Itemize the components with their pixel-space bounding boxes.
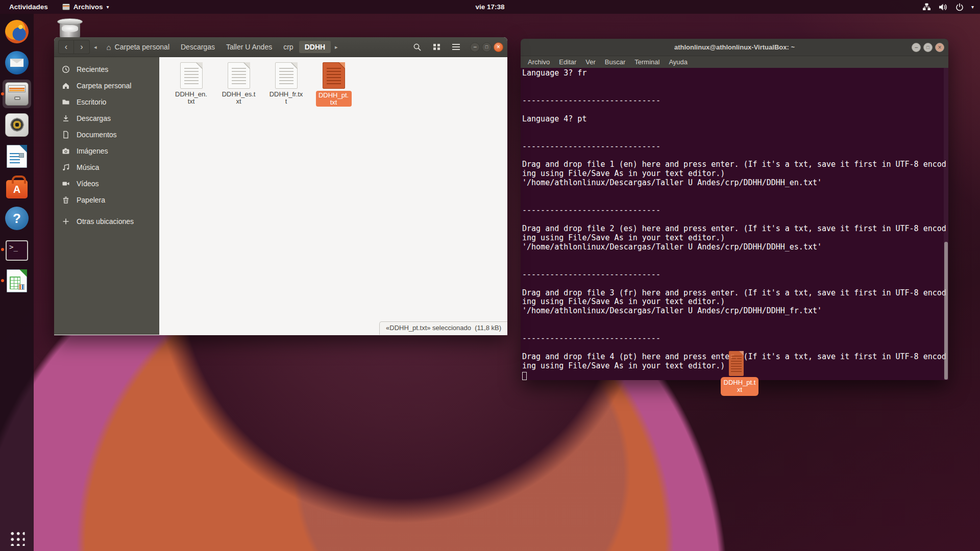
terminal-line xyxy=(522,261,948,270)
terminal-line: ing using File/Save As in your text edit… xyxy=(522,234,948,243)
file-ddhh-fr[interactable]: DDHH_fr.txt xyxy=(262,62,310,107)
sidebar-item-papelera[interactable]: Papelera xyxy=(54,192,159,208)
dock-rhythmbox[interactable] xyxy=(3,111,31,139)
sidebar-item-musica[interactable]: Música xyxy=(54,159,159,176)
dock-libreoffice-calc[interactable] xyxy=(3,266,31,295)
back-icon: ‹ xyxy=(65,42,67,52)
plus-icon xyxy=(62,217,70,226)
terminal-line xyxy=(522,151,948,160)
dock-libreoffice-writer[interactable] xyxy=(3,142,31,170)
terminal-line xyxy=(522,325,948,334)
files-content[interactable]: DDHH_en.txt DDHH_es.txt DDHH_fr.txt DDHH… xyxy=(159,57,507,335)
terminal-menubar: Archivo Editar Ver Buscar Terminal Ayuda xyxy=(521,56,948,68)
file-ddhh-pt-selected[interactable]: DDHH_pt.txt xyxy=(310,62,357,107)
sidebar-item-carpeta-personal[interactable]: Carpeta personal xyxy=(54,78,159,94)
scrollbar-thumb[interactable] xyxy=(944,242,948,380)
maximize-icon: □ xyxy=(926,45,929,50)
menu-terminal[interactable]: Terminal xyxy=(630,58,664,66)
software-letter: A xyxy=(13,184,20,195)
sidebar-item-recientes[interactable]: Recientes xyxy=(54,61,159,78)
running-indicator xyxy=(1,279,4,282)
terminal-line xyxy=(522,133,948,142)
file-ddhh-es[interactable]: DDHH_es.txt xyxy=(215,62,262,107)
maximize-button[interactable]: □ xyxy=(482,42,492,52)
breadcrumb-home[interactable]: ⌂ Carpeta personal xyxy=(101,41,175,54)
sidebar-item-escritorio[interactable]: Escritorio xyxy=(54,94,159,110)
close-button[interactable]: × xyxy=(935,43,944,52)
window-menu-button[interactable] xyxy=(448,40,464,54)
search-button[interactable] xyxy=(409,40,425,54)
top-bar: Actividades Archivos ▾ vie 17:38 ▾ xyxy=(0,0,980,14)
file-name: DDHH_en.txt xyxy=(175,91,208,105)
breadcrumb-taller-u-andes[interactable]: Taller U Andes xyxy=(220,41,278,53)
menu-ver[interactable]: Ver xyxy=(581,58,600,66)
terminal-output[interactable]: Language 3? fr--------------------------… xyxy=(521,68,948,380)
minimize-button[interactable]: − xyxy=(912,43,921,52)
breadcrumb-descargas[interactable]: Descargas xyxy=(175,41,220,53)
sidebar-item-documentos[interactable]: Documentos xyxy=(54,127,159,143)
breadcrumb-scroll-left-icon[interactable]: ◂ xyxy=(93,44,98,51)
terminal-line xyxy=(522,252,948,261)
terminal-line xyxy=(522,280,948,289)
file-name: DDHH_fr.txt xyxy=(270,91,303,105)
sidebar-item-label: Escritorio xyxy=(77,98,106,106)
dock-files[interactable] xyxy=(3,80,31,108)
terminal-line: '/home/athlonlinux/Descargas/Taller U An… xyxy=(522,179,948,188)
files-headerbar: ‹ › ◂ ⌂ Carpeta personal Descargas Talle… xyxy=(54,37,507,57)
maximize-icon: □ xyxy=(485,45,488,49)
terminal-line: Drag and drop file 3 (fr) here and press… xyxy=(522,289,948,298)
sidebar-item-descargas[interactable]: Descargas xyxy=(54,110,159,127)
breadcrumb-crp[interactable]: crp xyxy=(278,41,299,53)
menu-editar[interactable]: Editar xyxy=(554,58,581,66)
terminal-line: Drag and drop file 2 (es) here and press… xyxy=(522,224,948,234)
dock-thunderbird[interactable] xyxy=(3,48,31,77)
terminal-line: ------------------------------ xyxy=(522,270,948,280)
sidebar-item-otras-ubicaciones[interactable]: Otras ubicaciones xyxy=(54,213,159,230)
sidebar-item-videos[interactable]: Vídeos xyxy=(54,176,159,192)
view-toggle-button[interactable] xyxy=(428,40,445,54)
app-menu-label: Archivos xyxy=(74,3,103,11)
files-app-icon xyxy=(62,4,70,10)
files-sidebar: Recientes Carpeta personal Escritorio De… xyxy=(54,57,159,335)
menu-ayuda[interactable]: Ayuda xyxy=(664,58,692,66)
dock-ubuntu-software[interactable]: A xyxy=(3,173,31,202)
power-icon xyxy=(955,3,964,11)
terminal-window: athlonlinux@athlonlinux-VirtualBox: ~ − … xyxy=(521,39,948,380)
sidebar-item-label: Vídeos xyxy=(77,180,99,188)
dock-terminal[interactable]: >_ xyxy=(3,235,31,264)
folder-icon xyxy=(62,98,70,106)
text-file-icon-selected xyxy=(323,62,345,89)
ubuntu-software-icon: A xyxy=(6,180,28,198)
app-menu-archivos[interactable]: Archivos ▾ xyxy=(57,0,114,14)
show-applications-button[interactable] xyxy=(9,530,25,546)
sidebar-item-imagenes[interactable]: Imágenes xyxy=(54,143,159,159)
document-icon xyxy=(62,131,70,139)
close-icon: × xyxy=(938,44,941,51)
dock-help[interactable]: ? xyxy=(3,204,31,233)
download-icon xyxy=(62,114,70,122)
back-button[interactable]: ‹ xyxy=(58,40,74,54)
terminal-lines: Language 3? fr--------------------------… xyxy=(522,69,948,380)
menu-buscar[interactable]: Buscar xyxy=(600,58,630,66)
breadcrumb-label: Carpeta personal xyxy=(115,43,169,51)
terminal-line xyxy=(522,316,948,325)
activities-button[interactable]: Actividades xyxy=(0,0,57,14)
camera-icon xyxy=(62,147,70,155)
home-icon xyxy=(62,82,70,90)
breadcrumb-scroll-right-icon[interactable]: ▸ xyxy=(334,44,339,51)
terminal-titlebar[interactable]: athlonlinux@athlonlinux-VirtualBox: ~ − … xyxy=(521,39,948,56)
file-ddhh-en[interactable]: DDHH_en.txt xyxy=(167,62,215,107)
minimize-button[interactable]: − xyxy=(470,42,480,52)
breadcrumb-ddhh[interactable]: DDHH xyxy=(299,41,331,53)
clock[interactable]: vie 17:38 xyxy=(475,0,504,14)
trash-rim xyxy=(57,18,83,25)
sidebar-item-label: Imágenes xyxy=(77,147,108,155)
forward-button[interactable]: › xyxy=(74,40,90,54)
maximize-button[interactable]: □ xyxy=(923,43,933,52)
dock-firefox[interactable] xyxy=(3,17,31,46)
terminal-prompt-glyph: >_ xyxy=(9,243,18,251)
menu-archivo[interactable]: Archivo xyxy=(523,58,554,66)
close-button[interactable]: × xyxy=(494,42,503,52)
terminal-line xyxy=(522,78,948,87)
system-tray[interactable]: ▾ xyxy=(922,0,974,14)
